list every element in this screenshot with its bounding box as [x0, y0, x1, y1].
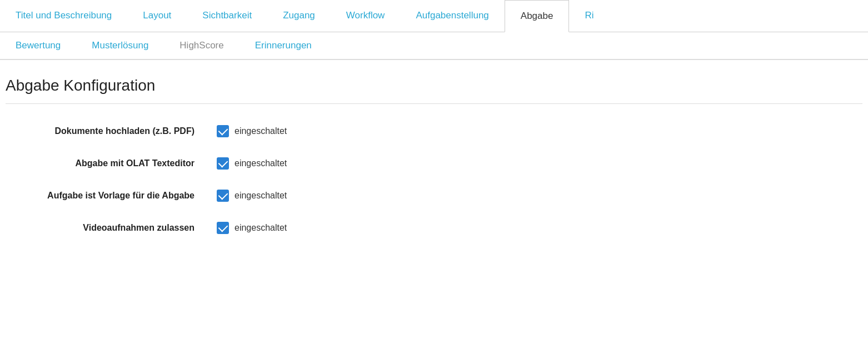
config-label-videoaufnahmen: Videoaufnahmen zulassen: [17, 223, 217, 233]
config-row-texteditor: Abgabe mit OLAT Texteditor eingeschaltet: [6, 147, 862, 180]
config-text-texteditor: eingeschaltet: [235, 158, 287, 168]
config-section: Dokumente hochladen (z.B. PDF) eingescha…: [6, 115, 862, 244]
config-text-dokumente: eingeschaltet: [235, 126, 287, 136]
config-value-vorlage: eingeschaltet: [217, 190, 287, 202]
config-text-videoaufnahmen: eingeschaltet: [235, 223, 287, 233]
checkbox-dokumente[interactable]: [217, 125, 229, 137]
config-row-vorlage: Aufgabe ist Vorlage für die Abgabe einge…: [6, 180, 862, 212]
secondary-nav: Bewertung Musterlösung HighScore Erinner…: [0, 32, 868, 60]
checkbox-vorlage[interactable]: [217, 190, 229, 202]
tab-aufgabenstellung[interactable]: Aufgabenstellung: [400, 0, 504, 32]
config-row-videoaufnahmen: Videoaufnahmen zulassen eingeschaltet: [6, 212, 862, 244]
page-content: Abgabe Konfiguration Dokumente hochladen…: [0, 60, 868, 261]
config-value-videoaufnahmen: eingeschaltet: [217, 222, 287, 234]
page-title: Abgabe Konfiguration: [6, 77, 862, 104]
tab-highscore[interactable]: HighScore: [164, 32, 239, 59]
checkbox-texteditor[interactable]: [217, 157, 229, 170]
tab-abgabe[interactable]: Abgabe: [505, 0, 570, 32]
checkbox-videoaufnahmen[interactable]: [217, 222, 229, 234]
tab-sichtbarkeit[interactable]: Sichtbarkeit: [187, 0, 267, 32]
tab-bewertung[interactable]: Bewertung: [0, 32, 76, 59]
tab-erinnerungen[interactable]: Erinnerungen: [240, 32, 327, 59]
tab-workflow[interactable]: Workflow: [331, 0, 401, 32]
tab-titel[interactable]: Titel und Beschreibung: [0, 0, 127, 32]
config-value-dokumente: eingeschaltet: [217, 125, 287, 137]
tab-zugang[interactable]: Zugang: [267, 0, 331, 32]
config-label-vorlage: Aufgabe ist Vorlage für die Abgabe: [17, 191, 217, 201]
primary-nav: Titel und Beschreibung Layout Sichtbarke…: [0, 0, 868, 32]
config-text-vorlage: eingeschaltet: [235, 191, 287, 201]
tab-musterlosung[interactable]: Musterlösung: [76, 32, 164, 59]
config-row-dokumente: Dokumente hochladen (z.B. PDF) eingescha…: [6, 115, 862, 147]
config-label-dokumente: Dokumente hochladen (z.B. PDF): [17, 126, 217, 136]
config-label-texteditor: Abgabe mit OLAT Texteditor: [17, 158, 217, 168]
tab-ri[interactable]: Ri: [569, 0, 609, 32]
tab-layout[interactable]: Layout: [127, 0, 187, 32]
config-value-texteditor: eingeschaltet: [217, 157, 287, 170]
